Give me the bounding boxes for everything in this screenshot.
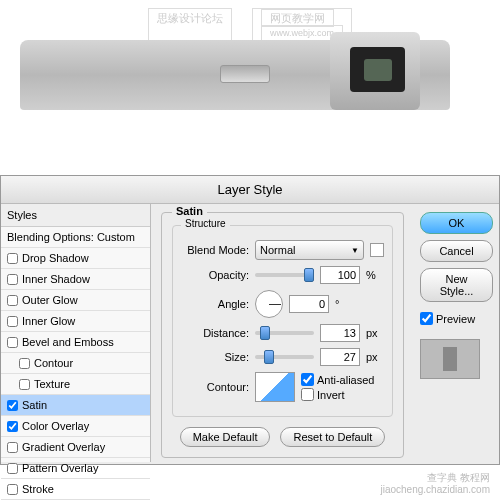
style-label: Contour [34,357,73,369]
watermark-1: 思缘设计论坛 [148,8,232,41]
distance-label: Distance: [181,327,249,339]
chevron-down-icon: ▼ [351,246,359,255]
structure-group: Structure Blend Mode: Normal ▼ Opacity: … [172,225,393,417]
distance-input[interactable]: 13 [320,324,360,342]
distance-slider[interactable] [255,331,314,335]
ok-button[interactable]: OK [420,212,493,234]
size-label: Size: [181,351,249,363]
dialog-title: Layer Style [1,176,499,204]
style-label: Color Overlay [22,420,89,432]
angle-dial[interactable] [255,290,283,318]
satin-group: Satin Structure Blend Mode: Normal ▼ Opa… [161,212,404,458]
preview-checkbox[interactable]: Preview [420,312,493,325]
contour-label: Contour: [181,381,249,393]
camera-lens [350,47,405,92]
opacity-unit: % [366,269,384,281]
satin-settings-panel: Satin Structure Blend Mode: Normal ▼ Opa… [151,204,414,462]
blend-mode-select[interactable]: Normal ▼ [255,240,364,260]
style-row-drop-shadow[interactable]: Drop Shadow [1,248,150,269]
style-checkbox[interactable] [7,463,18,474]
styles-list-panel: Styles Blending Options: Custom Drop Sha… [1,204,151,462]
style-label: Texture [34,378,70,390]
style-label: Bevel and Emboss [22,336,114,348]
image-preview-area: 思缘设计论坛 网页教学网www.webjx.com [0,0,500,170]
style-checkbox[interactable] [7,421,18,432]
style-row-gradient-overlay[interactable]: Gradient Overlay [1,437,150,458]
style-row-satin[interactable]: Satin [1,395,150,416]
style-label: Stroke [22,483,54,495]
style-checkbox[interactable] [7,484,18,495]
cancel-button[interactable]: Cancel [420,240,493,262]
contour-picker[interactable] [255,372,295,402]
opacity-input[interactable]: 100 [320,266,360,284]
size-slider[interactable] [255,355,314,359]
blend-mode-label: Blend Mode: [181,244,249,256]
style-label: Drop Shadow [22,252,89,264]
structure-title: Structure [181,218,230,229]
layer-style-dialog: Layer Style Styles Blending Options: Cus… [0,175,500,465]
top-watermarks: 思缘设计论坛 网页教学网www.webjx.com [148,8,352,41]
style-checkbox[interactable] [7,274,18,285]
bottom-watermark: 查字典 教程网 jiaocheng.chazidian.com [380,472,490,496]
style-row-stroke[interactable]: Stroke [1,479,150,500]
preview-swatch [420,339,480,379]
angle-unit: ° [335,298,353,310]
camera-slot [220,65,270,83]
style-row-outer-glow[interactable]: Outer Glow [1,290,150,311]
style-checkbox[interactable] [19,358,30,369]
color-swatch[interactable] [370,243,384,257]
size-input[interactable]: 27 [320,348,360,366]
reset-default-button[interactable]: Reset to Default [280,427,385,447]
style-row-inner-shadow[interactable]: Inner Shadow [1,269,150,290]
style-label: Pattern Overlay [22,462,98,474]
camera-lens-inner [364,59,392,81]
opacity-label: Opacity: [181,269,249,281]
satin-group-title: Satin [172,205,207,217]
style-row-bevel-and-emboss[interactable]: Bevel and Emboss [1,332,150,353]
style-label: Inner Glow [22,315,75,327]
invert-checkbox[interactable]: Invert [301,388,374,401]
style-label: Inner Shadow [22,273,90,285]
size-unit: px [366,351,384,363]
angle-label: Angle: [181,298,249,310]
style-checkbox[interactable] [7,400,18,411]
angle-input[interactable]: 0 [289,295,329,313]
styles-header[interactable]: Styles [1,204,150,227]
style-row-inner-glow[interactable]: Inner Glow [1,311,150,332]
style-checkbox[interactable] [19,379,30,390]
anti-aliased-checkbox[interactable]: Anti-aliased [301,373,374,386]
style-row-pattern-overlay[interactable]: Pattern Overlay [1,458,150,479]
camera-viewfinder-block [330,32,420,110]
style-row-texture[interactable]: Texture [1,374,150,395]
style-checkbox[interactable] [7,295,18,306]
style-checkbox[interactable] [7,442,18,453]
new-style-button[interactable]: New Style... [420,268,493,302]
style-checkbox[interactable] [7,253,18,264]
dialog-buttons-panel: OK Cancel New Style... Preview [414,204,499,462]
distance-unit: px [366,327,384,339]
style-row-color-overlay[interactable]: Color Overlay [1,416,150,437]
style-checkbox[interactable] [7,337,18,348]
camera-render [20,40,450,110]
style-label: Satin [22,399,47,411]
style-checkbox[interactable] [7,316,18,327]
style-label: Gradient Overlay [22,441,105,453]
opacity-slider[interactable] [255,273,314,277]
style-row-contour[interactable]: Contour [1,353,150,374]
make-default-button[interactable]: Make Default [180,427,271,447]
style-label: Outer Glow [22,294,78,306]
blending-options-row[interactable]: Blending Options: Custom [1,227,150,248]
